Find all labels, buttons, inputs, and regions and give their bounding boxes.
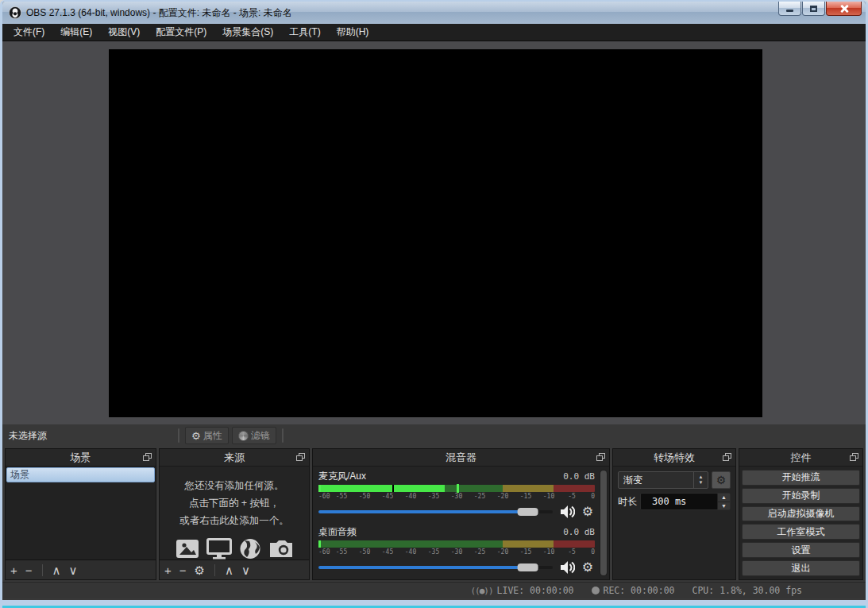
start-streaming-button[interactable]: 开始推流 [742,470,860,486]
meter-input-indicator [318,540,321,548]
speaker-icon[interactable] [560,505,575,518]
scenes-toolbar: + − ∧ ∨ [6,560,156,579]
remove-scene-button[interactable]: − [25,564,33,576]
slider-handle[interactable] [518,508,538,516]
obs-logo-icon [9,6,21,19]
meter-tick-label: -30 [451,493,462,500]
menu-file[interactable]: 文件(F) [6,23,52,41]
popout-icon[interactable] [723,453,731,462]
menu-profile[interactable]: 配置文件(P) [148,23,214,41]
filters-label: 滤镜 [251,429,270,443]
start-virtual-camera-button[interactable]: 启动虚拟摄像机 [742,506,860,522]
volume-slider[interactable] [318,563,553,571]
live-status: ((●)) LIVE: 00:00:00 [470,585,573,596]
duration-label: 时长 [618,495,637,509]
toolbar-separator [42,564,43,576]
meter-tick-label: -45 [382,493,393,500]
scene-transitions-panel: 转场特效 渐变 ▲ ▼ ⚙ [612,448,736,580]
meter-tick-label: -5 [568,493,576,500]
source-move-up-button[interactable]: ∧ [225,564,233,576]
sources-list-empty[interactable]: 您还没有添加任何源。 点击下面的 + 按钮， 或者右击此处添加一个。 [160,467,309,560]
scene-list-item-selected[interactable]: 场景 [6,467,155,482]
slider-handle[interactable] [518,563,538,571]
scenes-panel-header[interactable]: 场景 [6,449,156,467]
close-button[interactable] [826,2,862,16]
menu-scene-collection[interactable]: 场景集合(S) [214,23,281,41]
controls-panel-title: 控件 [791,451,812,465]
menu-view[interactable]: 视图(V) [100,23,148,41]
combo-spinner[interactable]: ▲ ▼ [693,472,708,488]
no-source-selected-label: 未选择源 [9,429,47,443]
remove-source-button[interactable]: − [179,564,187,576]
controls-panel: 控件 开始推流 开始录制 启动虚拟摄像机 工作室模式 设置 退出 [739,448,863,580]
settings-button[interactable]: 设置 [742,542,860,558]
duration-spinbox[interactable]: 300 ms ▲ ▼ [640,493,731,510]
scrollbar-thumb[interactable] [600,471,607,575]
spin-down-button[interactable]: ▼ [717,502,730,510]
sources-panel-header[interactable]: 来源 [160,449,309,467]
popout-icon[interactable] [143,453,152,462]
menu-tools[interactable]: 工具(T) [281,23,328,41]
transitions-panel-title: 转场特效 [654,451,695,465]
scenes-list[interactable]: 场景 [6,467,156,560]
maximize-button[interactable] [802,2,825,16]
sources-panel-title: 来源 [224,451,245,465]
sources-empty-line: 或者右击此处添加一个。 [160,513,309,530]
meter-tick-label: -10 [543,548,554,556]
transition-select[interactable]: 渐变 ▲ ▼ [618,471,708,489]
menu-edit[interactable]: 编辑(E) [52,23,100,41]
transition-properties-button[interactable]: ⚙ [712,471,731,489]
source-move-down-button[interactable]: ∨ [241,564,250,576]
controls-buttons: 开始推流 开始录制 启动虚拟摄像机 工作室模式 设置 退出 [739,467,862,579]
spin-up-button[interactable]: ▲ [717,494,730,502]
source-toolbar-buttons: ⚙ 属性 滤镜 [174,427,287,444]
record-dot-icon [592,587,600,594]
transitions-panel-header[interactable]: 转场特效 [613,449,735,467]
meter-tick-label: -30 [451,548,462,556]
rec-status: REC: 00:00:00 [592,585,675,596]
popout-icon[interactable] [596,453,605,462]
add-scene-button[interactable]: + [10,564,17,576]
slider-fill [318,566,536,569]
mixer-scrollbar[interactable] [600,470,608,576]
volume-slider[interactable] [318,508,553,516]
live-broadcast-icon: ((●)) [470,586,492,596]
channel-settings-gear-icon[interactable]: ⚙ [582,505,593,518]
scene-move-up-button[interactable]: ∧ [52,564,61,576]
chevron-up-icon: ▲ [699,474,704,480]
meter-tick-label: 0 [591,548,595,556]
meter-tick-label: -20 [497,493,508,500]
source-properties-button[interactable]: ⚙ [195,564,205,576]
meter-tick-label: -50 [359,548,370,556]
meter-tick-label: 0 [591,493,595,500]
filters-button[interactable]: 滤镜 [232,427,276,444]
meter-gap-mark [392,485,394,492]
minimize-button[interactable] [778,2,801,16]
menu-help[interactable]: 帮助(H) [329,23,377,41]
live-time: LIVE: 00:00:00 [497,585,574,596]
exit-button[interactable]: 退出 [742,560,860,576]
popout-icon[interactable] [296,453,305,462]
start-recording-button[interactable]: 开始录制 [742,488,860,504]
mixer-channel-mic: 麦克风/Aux 0.0 dB -60-55-50-45-40-35-30-25-… [318,470,595,518]
program-canvas[interactable] [109,49,762,417]
add-source-button[interactable]: + [164,564,172,576]
channel-settings-gear-icon[interactable]: ⚙ [582,561,593,574]
dock-area: 场景 场景 + − ∧ ∨ 来源 [2,447,866,582]
meter-tick-label: -50 [359,493,370,500]
studio-mode-button[interactable]: 工作室模式 [742,524,860,540]
popout-icon[interactable] [850,453,858,462]
window-bottom-border [2,600,866,608]
minimize-icon [786,10,793,12]
meter-tick-label: -25 [474,493,485,500]
volume-meter [318,485,595,492]
sources-empty-line: 您还没有添加任何源。 [160,478,309,495]
title-bar[interactable]: OBS 27.1.3 (64-bit, windows) - 配置文件: 未命名… [2,2,866,24]
scene-move-down-button[interactable]: ∨ [69,564,78,576]
meter-tick-label: -45 [382,548,393,556]
speaker-icon[interactable] [560,561,575,574]
controls-panel-header[interactable]: 控件 [739,449,862,467]
properties-button[interactable]: ⚙ 属性 [185,427,229,444]
mixer-panel-header[interactable]: 混音器 [313,449,609,467]
transitions-body: 渐变 ▲ ▼ ⚙ 时长 300 ms ▲ [613,467,735,579]
